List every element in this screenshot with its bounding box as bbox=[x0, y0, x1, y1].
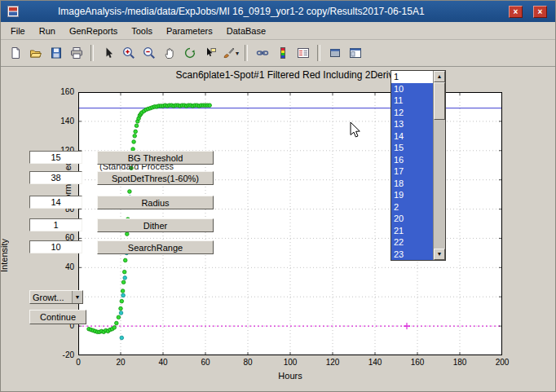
menu-database[interactable]: DataBase bbox=[227, 26, 266, 36]
new-document-icon[interactable] bbox=[6, 44, 24, 63]
x-tick-label: 140 bbox=[363, 358, 387, 367]
y-axis-label: Intensity bbox=[1, 239, 9, 272]
toolbar: ▾ bbox=[1, 40, 555, 67]
y-tick-label: -20 bbox=[46, 350, 74, 359]
maximize-button[interactable]: × bbox=[509, 6, 523, 18]
window-title: ImageAnalysis-/media/data/ExpJobs/MI 16_… bbox=[58, 6, 425, 17]
menu-genreports[interactable]: GenReports bbox=[69, 26, 117, 36]
menu-file[interactable]: File bbox=[11, 26, 25, 36]
app-window: ImageAnalysis-/media/data/ExpJobs/MI 16_… bbox=[0, 0, 556, 392]
x-tick-label: 160 bbox=[405, 358, 430, 367]
toolbar-separator bbox=[90, 45, 94, 61]
insert-colorbar-icon[interactable] bbox=[273, 44, 292, 63]
dropdown-item-2[interactable]: 2 bbox=[391, 201, 433, 214]
save-icon[interactable] bbox=[46, 44, 65, 63]
dropdown-item-10[interactable]: 10 bbox=[391, 83, 433, 95]
menu-run[interactable]: Run bbox=[39, 26, 55, 36]
x-tick-label: 200 bbox=[490, 358, 514, 367]
x-axis-label: Hours bbox=[78, 371, 502, 381]
rotate-3d-icon[interactable] bbox=[180, 44, 199, 63]
titlebar-buttons: ×× bbox=[509, 6, 547, 18]
dropdown-item-17[interactable]: 17 bbox=[391, 165, 433, 178]
y-tick-label: 160 bbox=[46, 87, 74, 96]
x-tick-label: 20 bbox=[108, 358, 133, 367]
data-cursor-icon[interactable] bbox=[201, 44, 219, 63]
dropdown-item-20[interactable]: 20 bbox=[391, 213, 433, 225]
figure-area: Scan6plate1-Spot#1 Filtered Red Includin… bbox=[1, 67, 555, 392]
dropdown-item-12[interactable]: 12 bbox=[391, 107, 433, 119]
mouse-cursor bbox=[350, 121, 361, 139]
searchrange-button[interactable]: SearchRange bbox=[97, 240, 214, 254]
dropdown-item-22[interactable]: 22 bbox=[391, 236, 433, 249]
menu-parameters[interactable]: Parameters bbox=[166, 26, 213, 36]
toolbar-separator bbox=[317, 45, 320, 61]
x-tick-label: 60 bbox=[193, 358, 218, 367]
radius-button[interactable]: Radius bbox=[97, 196, 214, 209]
scroll-up-icon[interactable]: ▲ bbox=[434, 71, 445, 82]
growth-popup-label: Growt... bbox=[33, 293, 64, 302]
dither-button[interactable]: Dither bbox=[97, 218, 214, 232]
dropdown-item-11[interactable]: 11 bbox=[391, 95, 433, 107]
dropdown-item-19[interactable]: 19 bbox=[391, 189, 433, 201]
y-tick-label: 40 bbox=[46, 262, 74, 271]
bg-threshold-input[interactable] bbox=[29, 151, 82, 164]
dither-input[interactable] bbox=[29, 218, 82, 231]
dropdown-item-21[interactable]: 21 bbox=[391, 225, 433, 237]
pan-hand-icon[interactable] bbox=[160, 44, 179, 63]
x-tick-label: 180 bbox=[448, 358, 472, 367]
radius-input[interactable] bbox=[29, 196, 82, 209]
hide-plot-tools-icon[interactable] bbox=[325, 44, 344, 63]
zoom-out-icon[interactable] bbox=[139, 44, 158, 63]
open-folder-icon[interactable] bbox=[26, 44, 45, 63]
x-tick-label: 80 bbox=[236, 358, 260, 367]
searchrange-input[interactable] bbox=[29, 240, 82, 253]
number-dropdown[interactable]: 110111213141516171819220212223 ▲ ▼ bbox=[391, 70, 446, 261]
zoom-in-icon[interactable] bbox=[119, 44, 138, 63]
close-button[interactable]: × bbox=[533, 6, 547, 18]
print-icon[interactable] bbox=[67, 44, 86, 63]
brush-icon[interactable]: ▾ bbox=[221, 44, 240, 63]
dropdown-scrollbar[interactable]: ▲ ▼ bbox=[433, 71, 445, 260]
spotdetthres-button[interactable]: SpotDetThres(1-60%) bbox=[97, 171, 214, 185]
dropdown-item-16[interactable]: 16 bbox=[391, 154, 433, 166]
menu-tools[interactable]: Tools bbox=[131, 26, 152, 36]
show-plot-tools-icon[interactable] bbox=[346, 44, 364, 63]
dropdown-item-1[interactable]: 1 bbox=[391, 71, 433, 83]
dropdown-item-13[interactable]: 13 bbox=[391, 118, 433, 130]
dropdown-item-14[interactable]: 14 bbox=[391, 130, 433, 143]
scroll-down-icon[interactable]: ▼ bbox=[434, 249, 445, 260]
dropdown-item-23[interactable]: 23 bbox=[391, 249, 433, 261]
dropdown-item-18[interactable]: 18 bbox=[391, 178, 433, 190]
brush-dropdown-icon[interactable]: ▾ bbox=[236, 50, 239, 57]
x-tick-label: 100 bbox=[278, 358, 302, 367]
bg-threshold-button[interactable]: BG Threshold bbox=[97, 151, 214, 165]
titlebar: ImageAnalysis-/media/data/ExpJobs/MI 16_… bbox=[1, 1, 555, 22]
spotdetthres-input[interactable] bbox=[29, 171, 82, 184]
x-tick-label: 40 bbox=[151, 358, 175, 367]
link-plot-icon[interactable] bbox=[253, 44, 271, 63]
menubar: FileRunGenReportsToolsParametersDataBase bbox=[1, 22, 555, 40]
pointer-icon[interactable] bbox=[99, 44, 117, 63]
continue-button[interactable]: Continue bbox=[29, 310, 86, 324]
chevron-down-icon: ▼ bbox=[72, 291, 82, 303]
growth-popup[interactable]: Growt... ▼ bbox=[29, 290, 83, 304]
dropdown-list: 110111213141516171819220212223 bbox=[391, 71, 433, 260]
y-tick-label: 140 bbox=[46, 117, 74, 126]
dropdown-item-15[interactable]: 15 bbox=[391, 142, 433, 154]
app-icon bbox=[7, 6, 19, 17]
insert-legend-icon[interactable] bbox=[293, 44, 312, 63]
x-tick-label: 120 bbox=[320, 358, 345, 367]
scroll-thumb[interactable] bbox=[434, 82, 445, 120]
toolbar-separator bbox=[245, 45, 248, 61]
